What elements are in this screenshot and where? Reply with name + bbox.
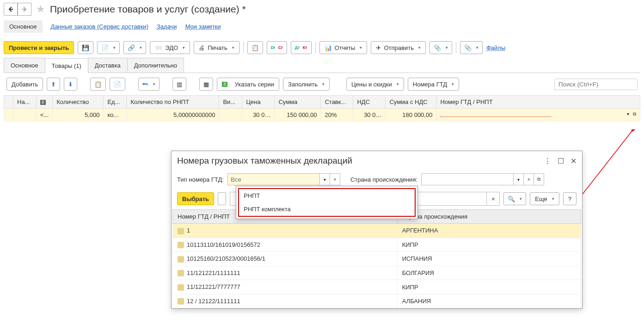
paste-button[interactable]: 📄 <box>110 78 125 91</box>
forward-button[interactable] <box>18 3 31 16</box>
subnav-link-0[interactable]: Данные заказов (Сервис доставки) <box>51 23 148 30</box>
save-button[interactable]: 💾 <box>78 41 93 54</box>
post-button[interactable]: 📄 <box>97 41 120 54</box>
fill-button[interactable]: Заполнить <box>283 78 330 91</box>
page-title: Приобретение товаров и услуг (создание) … <box>50 4 246 15</box>
move-down-button[interactable]: ⬇ <box>64 78 77 91</box>
related-icon: 🔗 <box>128 44 135 51</box>
col-sum[interactable]: Сумма <box>275 96 321 109</box>
related-button[interactable]: 🔗 <box>123 41 146 54</box>
tab-goods[interactable]: Товары (1) <box>45 58 88 73</box>
col-rate[interactable]: Ставк... <box>321 96 353 109</box>
favorite-star-icon[interactable]: ★ <box>36 3 45 15</box>
extra1-button[interactable]: 📎 <box>429 41 452 54</box>
reports-button[interactable]: 📊Отчеты <box>319 41 368 54</box>
copy-button[interactable]: 📋 <box>90 78 106 91</box>
col-gtd[interactable]: Номер ГТД / РНПТ <box>436 96 640 109</box>
share-button[interactable]: ⮪ <box>138 78 159 91</box>
col-sum-vat[interactable]: Сумма с НДС <box>386 96 436 109</box>
main-toolbar: Провести и закрыть 💾 📄 🔗 📨ЭДО 🖨Печать 📋 … <box>0 37 644 58</box>
subnav-link-2[interactable]: Мои заметки <box>185 23 221 30</box>
extra2-button[interactable]: ▦ <box>199 78 213 91</box>
table-row[interactable]: <... 5,000 ко... 5,00000000000 30 0… 150… <box>4 109 640 122</box>
table-toolbar: Добавить ⬆ ⬇ 📋 📄 ⮪ ▥ ▦ # Указать серии З… <box>0 73 644 95</box>
search-input[interactable] <box>554 79 638 90</box>
col-qty[interactable]: Количество <box>53 96 104 109</box>
col-name[interactable]: На... <box>13 96 37 109</box>
subnav-active[interactable]: Основное <box>4 20 43 33</box>
add-button[interactable]: Добавить <box>6 78 43 91</box>
prices-button[interactable]: Цены и скидки <box>346 78 404 91</box>
files-link[interactable]: Файлы <box>486 44 505 51</box>
edo-button[interactable]: 📨ЭДО <box>150 41 190 54</box>
gtd-input-cell[interactable] <box>440 116 551 117</box>
series-button[interactable]: # Указать серии <box>217 78 279 91</box>
gtd-button[interactable]: Номера ГТД <box>408 78 459 91</box>
print-icon: 🖨 <box>199 44 205 51</box>
post-icon: 📄 <box>101 44 109 51</box>
send-button[interactable]: ✈Отправить <box>371 41 425 54</box>
edo-icon: 📨 <box>155 44 162 51</box>
tab-delivery[interactable]: Доставка <box>88 58 128 73</box>
subnav: Основное Данные заказов (Сервис доставки… <box>0 18 644 37</box>
barcode-button[interactable]: ▥ <box>172 78 186 91</box>
reports-icon: 📊 <box>325 44 332 51</box>
send-icon: ✈ <box>376 44 381 51</box>
tab-main[interactable]: Основное <box>4 58 45 73</box>
col-num[interactable]: # <box>37 96 53 109</box>
col-blank[interactable] <box>4 96 13 109</box>
doc1-button[interactable]: 📋 <box>247 41 263 54</box>
col-qty-rnpt[interactable]: Количество по РНПТ <box>127 96 219 109</box>
attach-button[interactable]: 📎 <box>460 41 483 54</box>
goods-grid: На... # Количество Ед... Количество по Р… <box>4 95 640 122</box>
save-icon: 💾 <box>82 44 89 51</box>
move-up-button[interactable]: ⬆ <box>47 78 60 91</box>
col-type[interactable]: Ви... <box>219 96 242 109</box>
tabs: Основное Товары (1) Доставка Дополнитель… <box>4 58 640 73</box>
tab-additional[interactable]: Дополнительно <box>127 58 184 73</box>
col-price[interactable]: Цена <box>242 96 275 109</box>
col-unit[interactable]: Ед... <box>104 96 127 109</box>
back-button[interactable] <box>4 3 18 16</box>
subnav-link-1[interactable]: Задачи <box>157 23 177 30</box>
print-button[interactable]: 🖨Печать <box>194 41 239 54</box>
drcr-button[interactable]: DrCr <box>267 41 287 54</box>
post-and-close-button[interactable]: Провести и закрыть <box>4 41 74 54</box>
col-vat[interactable]: НДС <box>353 96 386 109</box>
dtkt-button[interactable]: ДтКт <box>291 41 312 54</box>
